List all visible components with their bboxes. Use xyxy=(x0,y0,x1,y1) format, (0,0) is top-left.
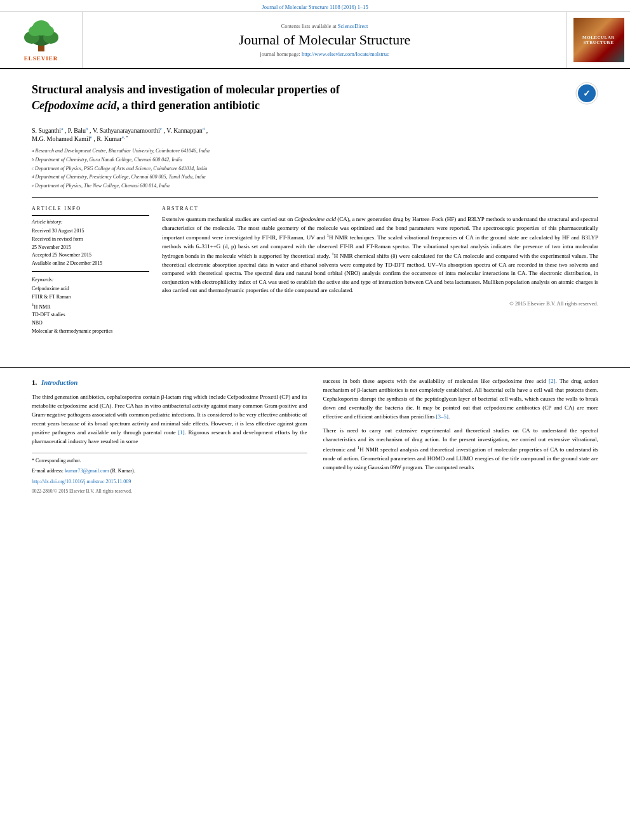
doi-link[interactable]: http://dx.doi.org/10.1016/j.molstruc.201… xyxy=(32,478,307,486)
article-info-heading: ARTICLE INFO xyxy=(32,206,149,211)
journal-center-info: Contents lists available at ScienceDirec… xyxy=(83,12,566,68)
affil-a: a Research and Development Centre, Bhara… xyxy=(32,147,598,156)
article-info-abstract-area: ARTICLE INFO Article history: Received 3… xyxy=(32,206,598,335)
journal-right-badge: MOLECULARSTRUCTURE xyxy=(566,12,630,68)
author-balu: , P. Balu xyxy=(65,128,86,135)
ref-2[interactable]: [2] xyxy=(549,378,556,384)
sciencedirect-link[interactable]: ScienceDirect xyxy=(338,23,368,29)
corresponding-author-note: * Corresponding author. xyxy=(32,457,307,465)
author-suganthi: S. Suganthi xyxy=(32,128,61,135)
title-italic-part: Cefpodoxime acid xyxy=(32,99,116,112)
footnote-area: * Corresponding author. E-mail address: … xyxy=(32,453,307,495)
affil-c: c Department of Physics, PSG College of … xyxy=(32,165,598,173)
email-footnote: E-mail address: kumar73@gmail.com (R. Ku… xyxy=(32,467,307,475)
crossmark-icon: ✓ xyxy=(575,82,598,105)
journal-homepage: journal homepage: http://www.elsevier.co… xyxy=(260,51,389,57)
affil-d: d Department of Chemistry, Presidency Co… xyxy=(32,173,598,182)
intro-right-col: success in both these aspects with the a… xyxy=(323,377,599,495)
keyword-1: Cefpodoxime acid xyxy=(32,285,149,293)
abstract-col: ABSTRACT Extensive quantum mechanical st… xyxy=(162,206,598,335)
article-title: Structural analysis and investigation of… xyxy=(32,82,566,114)
article-info-col: ARTICLE INFO Article history: Received 3… xyxy=(32,206,149,335)
author-kumar: , R. Kumar xyxy=(93,135,121,142)
intro-heading-text: Introduction xyxy=(41,378,77,386)
abstract-heading: ABSTRACT xyxy=(162,206,598,211)
elsevier-brand-text: ELSEVIER xyxy=(24,55,58,62)
intro-heading: 1. Introduction xyxy=(32,377,307,388)
history-label: Article history: xyxy=(32,219,149,225)
author-kamil: M.G. Mohamed Kamil xyxy=(32,135,90,142)
intro-para3: There is need to carry out extensive exp… xyxy=(323,427,599,472)
keyword-4: TD-DFT studies xyxy=(32,311,149,319)
title-rest: , a third generation antibiotic xyxy=(116,99,260,112)
elsevier-logo-area: ELSEVIER xyxy=(0,12,83,68)
author-sathya: , V. Sathyanarayanamoorthi xyxy=(90,128,160,135)
copyright-footer: 0022-2860/© 2015 Elsevier B.V. All right… xyxy=(32,488,307,495)
intro-number: 1. xyxy=(32,378,37,386)
authors-section: S. Suganthia , P. Balub , V. Sathyanaray… xyxy=(32,126,598,142)
abstract-copyright: © 2015 Elsevier B.V. All rights reserved… xyxy=(162,300,598,307)
authors-comma: , xyxy=(206,128,208,135)
article-title-section: Structural analysis and investigation of… xyxy=(32,82,598,119)
received-revised-date: 25 November 2015 xyxy=(32,244,149,252)
svg-point-6 xyxy=(41,26,54,36)
received-date: Received 30 August 2015 xyxy=(32,227,149,236)
ref-1[interactable]: [1] xyxy=(178,429,185,436)
author-kannappan: , V. Kannappan xyxy=(163,128,202,135)
main-content: Structural analysis and investigation of… xyxy=(0,69,630,357)
affiliations-section: a Research and Development Centre, Bhara… xyxy=(32,147,598,198)
keywords-section: Keywords: Cefpodoxime acid FTIR & FT Ram… xyxy=(32,277,149,335)
page-wrapper: Journal of Molecular Structure 1108 (201… xyxy=(0,0,630,840)
affil-b: b Department of Chemistry, Guru Nanak Co… xyxy=(32,156,598,164)
affil-e: e Department of Physics, The New College… xyxy=(32,182,598,190)
svg-point-5 xyxy=(29,26,41,36)
accepted-date: Accepted 25 November 2015 xyxy=(32,251,149,260)
article-history-box: Article history: Received 30 August 2015… xyxy=(32,215,149,272)
abstract-text: Extensive quantum mechanical studies are… xyxy=(162,215,598,295)
abstract-paragraph: Extensive quantum mechanical studies are… xyxy=(162,215,598,295)
received-revised-label: Received in revised form xyxy=(32,236,149,244)
journal-title: Journal of Molecular Structure xyxy=(239,32,411,48)
keywords-label: Keywords: xyxy=(32,277,149,283)
sciencedirect-availability: Contents lists available at ScienceDirec… xyxy=(281,23,368,29)
elsevier-tree-icon xyxy=(19,18,64,53)
keyword-5: NBO xyxy=(32,319,149,328)
journal-issue-info: Journal of Molecular Structure 1108 (201… xyxy=(262,4,368,10)
journal-top-bar: Journal of Molecular Structure 1108 (201… xyxy=(0,0,630,12)
badge-text: MOLECULARSTRUCTURE xyxy=(581,34,616,46)
intro-para1: The third generation antibiotics, cephal… xyxy=(32,393,307,446)
title-line1: Structural analysis and investigation of… xyxy=(32,83,340,96)
journal-header: ELSEVIER Contents lists available at Sci… xyxy=(0,12,630,69)
molecular-structure-badge: MOLECULARSTRUCTURE xyxy=(573,18,624,62)
ref-3-5[interactable]: [3–5] xyxy=(436,413,449,420)
intro-left-col: 1. Introduction The third generation ant… xyxy=(32,377,307,495)
introduction-section: 1. Introduction The third generation ant… xyxy=(0,377,630,495)
homepage-url[interactable]: http://www.elsevier.com/locate/molstruc xyxy=(302,51,389,57)
section-divider xyxy=(0,367,630,368)
intro-two-col: 1. Introduction The third generation ant… xyxy=(32,377,598,495)
keyword-6: Molecular & thermodynamic properties xyxy=(32,328,149,336)
keyword-2: FTIR & FT Raman xyxy=(32,293,149,302)
keyword-3: 1H NMR xyxy=(32,302,149,311)
intro-para2: success in both these aspects with the a… xyxy=(323,377,599,422)
svg-text:✓: ✓ xyxy=(583,89,591,98)
available-online: Available online 2 December 2015 xyxy=(32,260,149,268)
